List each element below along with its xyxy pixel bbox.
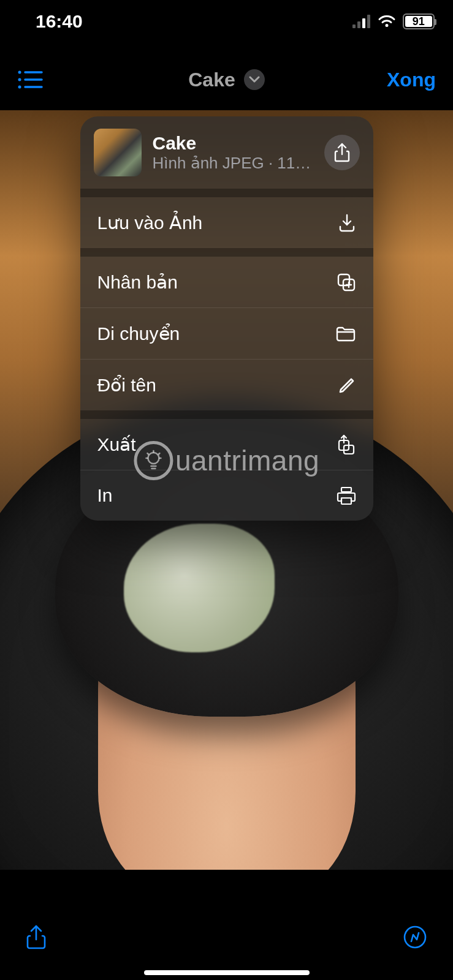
menu-label: Xuất bbox=[97, 434, 337, 455]
svg-rect-3 bbox=[367, 15, 370, 28]
battery-percent: 91 bbox=[405, 16, 432, 27]
home-indicator[interactable] bbox=[144, 970, 310, 975]
menu-export[interactable]: Xuất bbox=[80, 419, 373, 470]
svg-point-4 bbox=[18, 71, 21, 74]
file-thumbnail bbox=[94, 129, 142, 176]
toolbar-markup-button[interactable] bbox=[403, 925, 427, 949]
pencil-icon bbox=[338, 376, 356, 394]
context-menu: Cake Hình ảnh JPEG · 11… Lưu vào Ảnh bbox=[80, 116, 373, 521]
svg-point-8 bbox=[18, 86, 21, 89]
menu-label: In bbox=[97, 485, 337, 506]
menu-save-to-photos[interactable]: Lưu vào Ảnh bbox=[80, 197, 373, 248]
svg-rect-1 bbox=[357, 21, 360, 28]
nav-bar: Cake Xong bbox=[0, 58, 453, 101]
battery-indicator: 91 bbox=[403, 13, 435, 29]
menu-label: Đổi tên bbox=[97, 374, 338, 396]
menu-label: Lưu vào Ảnh bbox=[97, 212, 338, 233]
svg-rect-16 bbox=[341, 498, 351, 504]
folder-icon bbox=[335, 325, 356, 342]
menu-label: Di chuyển bbox=[97, 323, 335, 344]
list-icon[interactable] bbox=[17, 70, 43, 89]
menu-label: Nhân bản bbox=[97, 271, 337, 293]
export-icon bbox=[337, 434, 356, 455]
status-time: 16:40 bbox=[36, 11, 83, 32]
menu-rename[interactable]: Đổi tên bbox=[80, 359, 373, 410]
download-icon bbox=[338, 213, 356, 233]
status-bar: 16:40 91 bbox=[0, 0, 453, 43]
page-title: Cake bbox=[188, 69, 235, 91]
file-name: Cake bbox=[153, 133, 313, 154]
cellular-icon bbox=[352, 15, 371, 28]
toolbar-share-button[interactable] bbox=[26, 924, 47, 950]
bottom-toolbar bbox=[0, 907, 453, 968]
share-button[interactable] bbox=[324, 135, 360, 170]
duplicate-icon bbox=[337, 273, 356, 292]
printer-icon bbox=[337, 486, 356, 505]
menu-print[interactable]: In bbox=[80, 470, 373, 521]
file-meta: Hình ảnh JPEG · 11… bbox=[153, 154, 313, 173]
svg-point-6 bbox=[18, 78, 21, 81]
menu-move[interactable]: Di chuyển bbox=[80, 307, 373, 359]
share-icon bbox=[334, 143, 350, 162]
svg-rect-15 bbox=[341, 488, 351, 492]
title-chevron-down-icon[interactable] bbox=[244, 69, 265, 90]
svg-rect-2 bbox=[362, 18, 365, 28]
menu-header: Cake Hình ảnh JPEG · 11… bbox=[80, 116, 373, 189]
done-button[interactable]: Xong bbox=[387, 69, 436, 91]
menu-duplicate[interactable]: Nhân bản bbox=[80, 257, 373, 307]
svg-rect-0 bbox=[352, 24, 356, 28]
status-right: 91 bbox=[352, 13, 435, 29]
wifi-icon bbox=[377, 14, 397, 29]
